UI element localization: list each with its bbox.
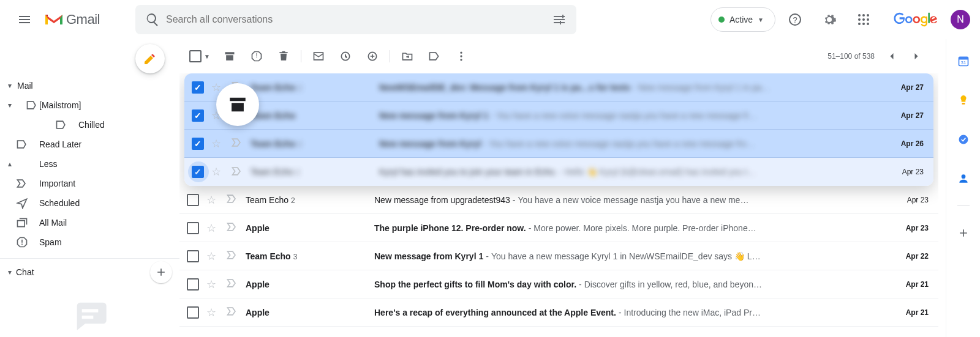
sidebar-item-read-later[interactable]: Read Later <box>0 135 179 154</box>
tasks-addon-button[interactable] <box>951 127 976 152</box>
trash-icon <box>277 50 290 62</box>
main-pane: ▼ ! 51–100 of 538 <box>179 39 938 337</box>
row-sender: Apple <box>246 223 374 233</box>
row-body: Shop the perfect gifts to fill Mom's day… <box>374 280 892 289</box>
gmail-logo[interactable]: Gmail <box>44 12 100 28</box>
sidebar-item-spam[interactable]: Spam <box>0 232 179 252</box>
plus-icon <box>957 227 970 239</box>
mark-unread-button[interactable] <box>306 44 331 69</box>
row-sender: Team Echo <box>251 111 379 120</box>
sidebar-item-all-mail[interactable]: All Mail <box>0 213 179 232</box>
star-toggle[interactable]: ☆ <box>206 221 219 235</box>
calendar-addon-button[interactable]: 31 <box>951 49 976 73</box>
delete-button[interactable] <box>271 44 296 69</box>
row-checkbox[interactable] <box>192 81 204 94</box>
star-toggle[interactable]: ☆ <box>206 306 219 319</box>
sidebar-item-less[interactable]: ▴ Less <box>0 154 179 174</box>
newer-button[interactable] <box>880 44 904 69</box>
mail-icon <box>312 50 325 62</box>
new-chat-button[interactable] <box>150 261 172 283</box>
importance-icon <box>226 249 238 261</box>
sidebar-item-chilled[interactable]: Chilled <box>0 115 179 135</box>
sidebar-item-mailstrom[interactable]: ▾ [Mailstrom] <box>0 95 179 115</box>
side-panel-separator <box>957 206 970 206</box>
importance-marker[interactable] <box>226 277 238 291</box>
importance-icon <box>226 221 238 233</box>
star-toggle[interactable]: ☆ <box>206 278 219 291</box>
row-checkbox[interactable] <box>187 306 199 319</box>
get-addons-button[interactable] <box>951 221 976 245</box>
label-icon <box>16 138 28 150</box>
importance-marker[interactable] <box>226 193 238 207</box>
search-input[interactable] <box>165 13 547 26</box>
contacts-addon-button[interactable] <box>951 166 976 191</box>
sidebar-item-important[interactable]: Important <box>0 174 179 193</box>
snooze-button[interactable] <box>333 44 358 69</box>
message-row[interactable]: ☆ Team Echo New message from Kyryl 1 - Y… <box>184 102 933 130</box>
older-button[interactable] <box>904 44 929 69</box>
sidebar-section-chat[interactable]: ▾ Chat <box>0 262 179 282</box>
account-avatar[interactable]: N <box>951 10 970 29</box>
row-date: Apr 23 <box>892 196 929 204</box>
row-checkbox[interactable] <box>192 109 204 122</box>
star-toggle[interactable]: ☆ <box>206 193 219 207</box>
svg-point-20 <box>460 52 462 54</box>
importance-marker[interactable] <box>226 249 238 263</box>
labels-button[interactable] <box>422 44 447 69</box>
support-button[interactable]: ? <box>783 7 807 32</box>
sidebar-item-scheduled[interactable]: Scheduled <box>0 193 179 213</box>
svg-point-6 <box>862 18 865 21</box>
move-to-button[interactable] <box>395 44 420 69</box>
row-checkbox[interactable] <box>192 138 204 150</box>
star-toggle[interactable]: ☆ <box>211 137 224 150</box>
select-all-menu-button[interactable]: ▼ <box>204 53 210 60</box>
importance-marker[interactable] <box>226 221 238 235</box>
message-row[interactable]: ☆ Team Echo 2 New message from upgradete… <box>179 186 938 214</box>
message-row[interactable]: ☆ Team Echo 3 New message from Kyryl 1 -… <box>179 242 938 270</box>
row-checkbox[interactable] <box>187 278 199 291</box>
row-date: Apr 23 <box>887 168 924 176</box>
message-row[interactable]: ☆ Apple Here's a recap of everything ann… <box>179 298 938 327</box>
compose-button[interactable] <box>135 44 165 73</box>
status-chip[interactable]: Active ▼ <box>710 7 775 32</box>
message-row[interactable]: ☆ Team Echo2 Kyryl has invited you to jo… <box>184 158 933 186</box>
caret-up-icon: ▴ <box>4 160 16 168</box>
caret-down-icon: ▾ <box>4 81 16 90</box>
message-row[interactable]: ☆ Team Echo2 NewWSEmailDE_dev: Message f… <box>184 73 933 102</box>
chat-empty-state <box>0 294 179 337</box>
app-header: Gmail Active ▼ ? N <box>0 0 980 39</box>
select-all-checkbox[interactable] <box>189 50 202 62</box>
settings-button[interactable] <box>817 7 842 32</box>
hamburger-icon <box>17 12 32 27</box>
star-toggle[interactable]: ☆ <box>211 165 224 179</box>
importance-marker[interactable] <box>231 136 243 150</box>
star-toggle[interactable]: ☆ <box>206 250 219 263</box>
archive-button[interactable] <box>217 44 242 69</box>
main-menu-button[interactable] <box>10 5 39 34</box>
contacts-icon <box>957 172 970 185</box>
message-row[interactable]: ☆ Apple Shop the perfect gifts to fill M… <box>179 270 938 298</box>
search-button[interactable] <box>140 7 165 32</box>
search-options-button[interactable] <box>547 7 571 32</box>
importance-marker[interactable] <box>226 305 238 319</box>
importance-marker[interactable] <box>231 165 243 179</box>
message-row[interactable]: ☆ Team Echo2 New message from Kyryl - Yo… <box>184 130 933 158</box>
sidebar-section-mail[interactable]: ▾ Mail <box>0 76 179 95</box>
status-label: Active <box>729 15 753 24</box>
row-body: New message from Kyryl - You have a new … <box>379 139 887 149</box>
report-spam-button[interactable]: ! <box>244 44 269 69</box>
more-button[interactable] <box>449 44 473 69</box>
apps-button[interactable] <box>851 7 876 32</box>
calendar-icon: 31 <box>957 55 970 67</box>
add-to-tasks-button[interactable] <box>360 44 385 69</box>
message-row[interactable]: ☆ Apple The purple iPhone 12. Pre-order … <box>179 214 938 242</box>
row-checkbox[interactable] <box>187 222 199 234</box>
row-date: Apr 21 <box>892 280 929 289</box>
importance-icon <box>226 277 238 289</box>
scheduled-icon <box>16 197 28 209</box>
tune-icon <box>552 12 567 27</box>
row-checkbox[interactable] <box>187 250 199 262</box>
svg-point-8 <box>858 23 861 25</box>
keep-addon-button[interactable] <box>951 88 976 113</box>
row-checkbox[interactable] <box>187 194 199 206</box>
